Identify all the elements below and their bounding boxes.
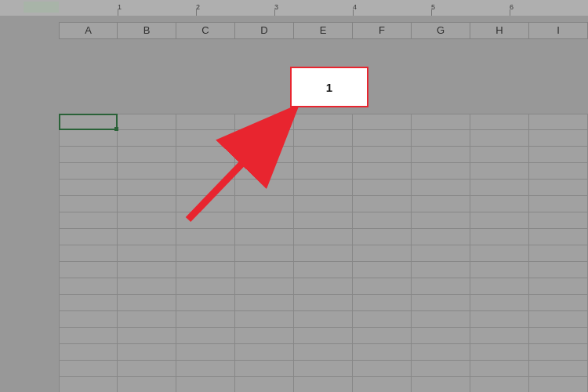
cell[interactable]	[412, 295, 470, 311]
cell[interactable]	[470, 229, 529, 245]
cell[interactable]	[118, 245, 176, 262]
cell[interactable]	[353, 147, 412, 163]
cell[interactable]	[176, 180, 235, 196]
cell[interactable]	[59, 196, 118, 212]
cell[interactable]	[412, 130, 470, 147]
cell[interactable]	[353, 180, 412, 196]
cell[interactable]	[235, 180, 294, 196]
cell[interactable]	[294, 180, 353, 196]
cell[interactable]	[470, 328, 529, 344]
cell[interactable]	[235, 245, 294, 262]
cell[interactable]	[412, 278, 470, 295]
selected-cell-a1[interactable]	[59, 114, 118, 130]
cell[interactable]	[294, 361, 353, 377]
cell[interactable]	[353, 311, 412, 328]
cell[interactable]	[118, 278, 176, 295]
cell[interactable]	[412, 361, 470, 377]
cell[interactable]	[118, 344, 176, 361]
cell[interactable]	[118, 262, 176, 278]
cell[interactable]	[294, 114, 353, 130]
cell[interactable]	[529, 377, 588, 392]
cell[interactable]	[235, 328, 294, 344]
column-header-g[interactable]: G	[412, 22, 470, 39]
cell[interactable]	[353, 245, 412, 262]
cell[interactable]	[176, 344, 235, 361]
cell[interactable]	[176, 229, 235, 245]
cell[interactable]	[294, 212, 353, 229]
cell[interactable]	[118, 147, 176, 163]
cell[interactable]	[118, 180, 176, 196]
cell[interactable]	[118, 163, 176, 180]
cell[interactable]	[470, 163, 529, 180]
cell[interactable]	[470, 377, 529, 392]
cell[interactable]	[118, 361, 176, 377]
column-header-d[interactable]: D	[235, 22, 294, 39]
cell[interactable]	[118, 212, 176, 229]
cell[interactable]	[235, 311, 294, 328]
cell[interactable]	[59, 278, 118, 295]
cell[interactable]	[470, 212, 529, 229]
cell[interactable]	[412, 328, 470, 344]
cell[interactable]	[412, 196, 470, 212]
cell[interactable]	[176, 311, 235, 328]
cell[interactable]	[176, 212, 235, 229]
cell[interactable]	[529, 130, 588, 147]
cell[interactable]	[118, 377, 176, 392]
cell[interactable]	[412, 311, 470, 328]
cell[interactable]	[353, 130, 412, 147]
cell[interactable]	[353, 377, 412, 392]
cell[interactable]	[118, 295, 176, 311]
cell[interactable]	[59, 147, 118, 163]
column-header-h[interactable]: H	[470, 22, 529, 39]
cell[interactable]	[529, 295, 588, 311]
cell[interactable]	[118, 229, 176, 245]
cell[interactable]	[529, 311, 588, 328]
cell[interactable]	[529, 344, 588, 361]
cell[interactable]	[176, 278, 235, 295]
cell[interactable]	[235, 229, 294, 245]
column-header-e[interactable]: E	[294, 22, 353, 39]
cell[interactable]	[59, 212, 118, 229]
cell[interactable]	[176, 361, 235, 377]
cell[interactable]	[59, 377, 118, 392]
cell[interactable]	[412, 180, 470, 196]
cell[interactable]	[235, 130, 294, 147]
column-header-i[interactable]: I	[529, 22, 588, 39]
cell[interactable]	[59, 163, 118, 180]
cell[interactable]	[470, 262, 529, 278]
cell[interactable]	[353, 262, 412, 278]
cell[interactable]	[59, 245, 118, 262]
cell[interactable]	[529, 229, 588, 245]
cell[interactable]	[412, 212, 470, 229]
cell[interactable]	[59, 328, 118, 344]
cell[interactable]	[412, 377, 470, 392]
cell[interactable]	[353, 196, 412, 212]
cell[interactable]	[353, 361, 412, 377]
cell[interactable]	[294, 344, 353, 361]
cell[interactable]	[470, 295, 529, 311]
column-header-a[interactable]: A	[59, 22, 118, 39]
cell[interactable]	[59, 130, 118, 147]
cell[interactable]	[470, 147, 529, 163]
cell[interactable]	[235, 196, 294, 212]
cell[interactable]	[529, 328, 588, 344]
cell[interactable]	[294, 295, 353, 311]
cell[interactable]	[235, 262, 294, 278]
cell[interactable]	[353, 229, 412, 245]
cell[interactable]	[353, 212, 412, 229]
cell[interactable]	[470, 311, 529, 328]
cell[interactable]	[353, 344, 412, 361]
cell[interactable]	[235, 361, 294, 377]
cell[interactable]	[59, 262, 118, 278]
cell[interactable]	[470, 278, 529, 295]
cell[interactable]	[235, 147, 294, 163]
cell[interactable]	[353, 295, 412, 311]
cell[interactable]	[59, 344, 118, 361]
cell[interactable]	[294, 311, 353, 328]
cell[interactable]	[470, 196, 529, 212]
cell[interactable]	[470, 130, 529, 147]
cell[interactable]	[59, 229, 118, 245]
cell[interactable]	[529, 278, 588, 295]
cell[interactable]	[529, 245, 588, 262]
cell[interactable]	[412, 163, 470, 180]
